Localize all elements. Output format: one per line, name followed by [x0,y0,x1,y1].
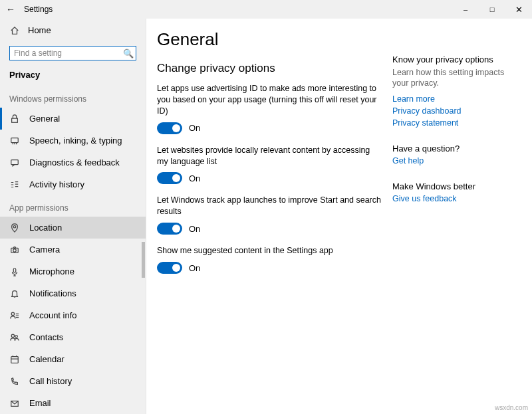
sidebar-item-contacts[interactable]: Contacts [0,326,146,348]
toggle-language-list[interactable] [157,172,182,184]
svg-point-3 [13,225,16,228]
sidebar-group-windows-permissions: Windows permissions [0,86,146,108]
toggle-suggested-content[interactable] [157,262,182,274]
link-learn-more[interactable]: Learn more [392,94,519,104]
search-input-container[interactable]: 🔍 [9,46,136,60]
sidebar-scrollbar[interactable] [142,242,145,278]
sidebar-item-activity-history[interactable]: Activity history [0,173,146,195]
sidebar-item-home[interactable]: Home [0,19,146,42]
sidebar-item-label: Location [29,223,62,233]
sidebar-item-camera[interactable]: Camera [0,239,146,260]
info-heading-make-better: Make Windows better [392,181,519,191]
toggle-state-label: On [189,263,200,273]
toggle-advertising-id[interactable] [157,122,182,134]
sidebar-item-label: Email [29,398,51,408]
sidebar-group-app-permissions: App permissions [0,195,146,217]
setting-advertising-id: Let apps use advertising ID to make ads … [157,83,383,134]
minimize-button[interactable]: – [452,5,479,13]
sidebar-item-label: Diagnostics & feedback [29,157,120,167]
link-give-feedback[interactable]: Give us feedback [392,194,519,203]
sidebar-item-diagnostics-feedback[interactable]: Diagnostics & feedback [0,152,146,173]
account-icon [9,311,20,320]
sidebar-item-notifications[interactable]: Notifications [0,282,146,304]
sidebar-item-call-history[interactable]: Call history [0,370,146,392]
sidebar-item-label: Calendar [29,354,65,364]
window-title: Settings [21,5,53,14]
sidebar-item-microphone[interactable]: Microphone [0,260,146,282]
call-history-icon [9,377,20,386]
sidebar-item-label: Call history [29,376,72,386]
close-button[interactable]: ✕ [505,5,532,15]
setting-app-launches: Let Windows track app launches to improv… [157,195,383,235]
sidebar-item-label: Contacts [29,332,63,342]
camera-icon [9,245,20,255]
search-icon: 🔍 [121,49,136,58]
email-icon [9,399,20,408]
toggle-app-launches[interactable] [157,223,182,235]
sidebar-home-label: Home [28,25,51,35]
sidebar-item-label: Microphone [29,266,74,276]
sidebar-item-label: Camera [29,245,60,255]
sidebar-item-label: Notifications [29,288,76,298]
setting-desc: Let apps use advertising ID to make ads … [157,83,383,117]
page-subtitle: Change privacy options [157,62,383,75]
info-heading-privacy-options: Know your privacy options [392,54,519,64]
speech-icon [9,136,20,146]
activity-icon [9,180,20,189]
sidebar-item-speech-inking-typing[interactable]: Speech, inking, & typing [0,130,146,152]
sidebar-item-label: Account info [29,310,77,320]
sidebar-item-email[interactable]: Email [0,392,146,414]
sidebar-item-label: Speech, inking, & typing [29,136,122,146]
sidebar: Home 🔍 Privacy Windows permissions Gener… [0,19,146,414]
svg-rect-2 [11,159,19,164]
sidebar-heading-privacy: Privacy [0,67,146,86]
svg-rect-6 [13,268,16,272]
sidebar-item-location[interactable]: Location [0,217,146,239]
sidebar-item-label: General [29,114,60,124]
location-icon [9,223,20,233]
maximize-button[interactable]: □ [479,5,505,13]
svg-point-7 [11,312,14,315]
info-panel: Know your privacy options Learn how this… [392,25,519,414]
link-privacy-statement[interactable]: Privacy statement [392,118,519,128]
notifications-icon [9,289,20,298]
setting-desc: Show me suggested content in the Setting… [157,245,383,257]
page-title: General [157,29,383,50]
svg-rect-0 [12,118,18,122]
sidebar-item-general[interactable]: General [0,108,146,130]
microphone-icon [9,267,20,276]
setting-desc: Let Windows track app launches to improv… [157,195,383,217]
back-button[interactable]: ← [0,4,21,15]
setting-desc: Let websites provide locally relevant co… [157,145,383,167]
sidebar-item-label: Activity history [29,179,84,189]
sidebar-item-account-info[interactable]: Account info [0,304,146,326]
svg-point-9 [15,335,18,338]
search-input[interactable] [10,49,121,58]
contacts-icon [9,333,20,342]
svg-rect-10 [11,356,19,363]
setting-suggested-content: Show me suggested content in the Setting… [157,245,383,274]
toggle-state-label: On [189,173,200,183]
link-privacy-dashboard[interactable]: Privacy dashboard [392,106,519,116]
home-icon [9,26,20,35]
calendar-icon [9,355,20,364]
setting-language-list: Let websites provide locally relevant co… [157,145,383,185]
link-get-help[interactable]: Get help [392,156,519,165]
svg-rect-1 [11,138,19,142]
info-heading-question: Have a question? [392,144,519,154]
svg-point-5 [13,249,16,251]
info-subtext: Learn how this setting impacts your priv… [392,67,519,89]
feedback-icon [9,158,20,167]
toggle-state-label: On [189,123,200,133]
lock-icon [9,114,20,124]
svg-point-8 [11,334,14,337]
watermark: wsxdn.com [495,404,528,411]
sidebar-item-calendar[interactable]: Calendar [0,348,146,370]
toggle-state-label: On [189,224,200,234]
